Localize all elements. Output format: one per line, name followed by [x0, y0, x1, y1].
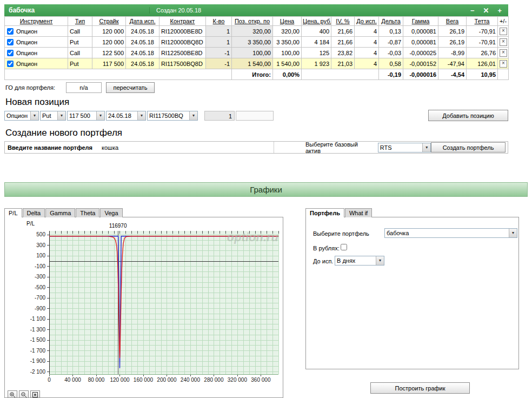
cell-delete: ×	[498, 37, 509, 48]
zoom-in-button[interactable]	[8, 390, 17, 398]
svg-text:240 000: 240 000	[181, 377, 201, 383]
svg-text:100: 100	[36, 253, 45, 258]
column-header[interactable]: Тетта	[467, 17, 498, 26]
column-header[interactable]: Дельта	[379, 17, 403, 26]
open-price-input[interactable]	[236, 111, 274, 121]
delete-row-button[interactable]: ×	[500, 60, 507, 68]
cell-qty: 1	[206, 26, 232, 37]
create-portfolio-button[interactable]: Создать портфель	[431, 142, 506, 152]
column-header[interactable]: Цена, руб.	[302, 17, 331, 26]
delete-row-button[interactable]: ×	[500, 49, 507, 57]
column-header[interactable]: К-во	[206, 17, 232, 26]
cell-vega: -8,99	[438, 48, 467, 58]
svg-text:-1 700: -1 700	[30, 348, 46, 354]
cell-vega: -47,94	[438, 58, 467, 69]
cell-iv: 21,66	[331, 37, 355, 48]
column-header[interactable]: Вега	[438, 17, 467, 26]
cell-date: 24.05.18	[126, 37, 159, 48]
column-header: +/-	[498, 17, 509, 26]
column-header[interactable]: IV, %	[331, 17, 355, 26]
contract-select[interactable]: RI117500BQ▾	[147, 111, 198, 121]
add-position-button[interactable]: Добавить позицию	[428, 110, 508, 121]
column-header[interactable]: Дата исп.	[126, 17, 159, 26]
cell-price: 320,00	[273, 26, 302, 37]
cell-qty: -1	[206, 58, 232, 69]
svg-text:500: 500	[36, 231, 45, 237]
selected-value: Опцион	[5, 112, 29, 119]
cell-instrument: Опцион	[5, 48, 68, 58]
tab-what-if[interactable]: What if	[345, 208, 372, 217]
tab-vega[interactable]: Vega	[100, 208, 122, 217]
add-window-button[interactable]: +	[497, 6, 502, 15]
cell-theta: 126,01	[467, 58, 498, 69]
watermark: option.ru	[227, 230, 279, 244]
totals-theta: 10,95	[467, 69, 498, 80]
option-type-select[interactable]: Put▾	[40, 111, 66, 121]
cell-pos: 3 350,00	[232, 37, 273, 48]
days-mode-select[interactable]: В днях▾	[335, 256, 384, 266]
row-checkbox[interactable]	[7, 39, 14, 45]
svg-text:-900: -900	[35, 306, 45, 311]
totals-gamma: -0,000016	[403, 69, 438, 80]
portfolio-name-input-wrap	[101, 142, 274, 153]
column-header[interactable]: Гамма	[403, 17, 438, 26]
svg-text:-300: -300	[35, 274, 45, 280]
chevron-down-icon: ▾	[30, 111, 38, 120]
instrument-select[interactable]: Опцион▾	[4, 111, 39, 121]
close-button[interactable]: ✕	[483, 6, 489, 15]
column-header[interactable]: Цена	[273, 17, 302, 26]
magnifier-minus-icon	[21, 392, 27, 398]
build-chart-button[interactable]: Построить график	[370, 382, 470, 394]
pl-chart: 500300100-100-300-500-700-900-1 100-1 30…	[5, 217, 283, 397]
minimize-button[interactable]: −	[470, 6, 475, 15]
new-position-title: Новая позиция	[5, 97, 508, 108]
cell-delta: -0,03	[379, 48, 403, 58]
rubles-checkbox[interactable]	[341, 244, 347, 250]
cell-qty: 1	[206, 37, 232, 48]
delete-row-button[interactable]: ×	[500, 38, 507, 46]
strike-select[interactable]: 117 500▾	[67, 111, 105, 121]
instrument-label: Опцион	[16, 61, 37, 67]
column-header[interactable]: Контракт	[159, 17, 206, 26]
window-created-date: Создан 20.05.18	[149, 7, 201, 14]
chevron-down-icon: ▾	[189, 111, 197, 120]
column-header[interactable]: Инструмент	[5, 17, 68, 26]
cell-days: 4	[355, 58, 379, 69]
portfolio-name-input[interactable]	[101, 144, 265, 151]
column-header[interactable]: Поз. откр. по	[232, 17, 273, 26]
svg-text:-1 300: -1 300	[30, 327, 46, 333]
base-asset-select[interactable]: RTS▾	[378, 143, 431, 152]
tab-pl[interactable]: P/L	[4, 208, 22, 217]
cell-instrument: Опцион	[5, 26, 68, 37]
row-checkbox[interactable]	[7, 28, 14, 35]
quantity-input[interactable]: 1	[204, 111, 235, 121]
create-portfolio-title: Создание нового портфеля	[5, 128, 122, 138]
expiry-date-select[interactable]: 24.05.18▾	[106, 111, 146, 121]
delete-row-button[interactable]: ×	[500, 28, 507, 35]
tab-gamma[interactable]: Gamma	[45, 208, 75, 217]
portfolio-window: бабочка Создан 20.05.18 − ✕ + Инструмент…	[4, 4, 508, 121]
cell-strike: 120 000	[92, 26, 126, 37]
cell-delta: 0,13	[379, 26, 403, 37]
column-header[interactable]: Тип	[68, 17, 92, 26]
plot-area	[49, 231, 278, 374]
charts-section-header: Графики	[4, 182, 528, 197]
chevron-down-icon: ▾	[137, 111, 145, 120]
cell-type: Put	[68, 37, 92, 48]
recalculate-button[interactable]: пересчитать	[106, 82, 155, 93]
svg-text:-1 900: -1 900	[30, 358, 46, 364]
zoom-reset-button[interactable]	[30, 390, 40, 398]
svg-text:280 000: 280 000	[204, 377, 224, 383]
column-header[interactable]: Страйк	[92, 17, 126, 26]
portfolio-select[interactable]: бабочка▾	[384, 228, 517, 238]
create-portfolio-row: Введите название портфеля Выберите базов…	[4, 141, 508, 154]
zoom-out-button[interactable]	[19, 390, 29, 398]
row-checkbox[interactable]	[7, 61, 14, 67]
tab-portfolio[interactable]: Портфель	[305, 208, 344, 217]
row-checkbox[interactable]	[7, 50, 14, 56]
cell-price_rub: 400	[302, 26, 331, 37]
tab-delta[interactable]: Delta	[23, 208, 45, 217]
cell-contract: RI120000BE8D	[159, 26, 206, 37]
column-header[interactable]: До исп.	[355, 17, 379, 26]
tab-theta[interactable]: Theta	[76, 208, 99, 217]
